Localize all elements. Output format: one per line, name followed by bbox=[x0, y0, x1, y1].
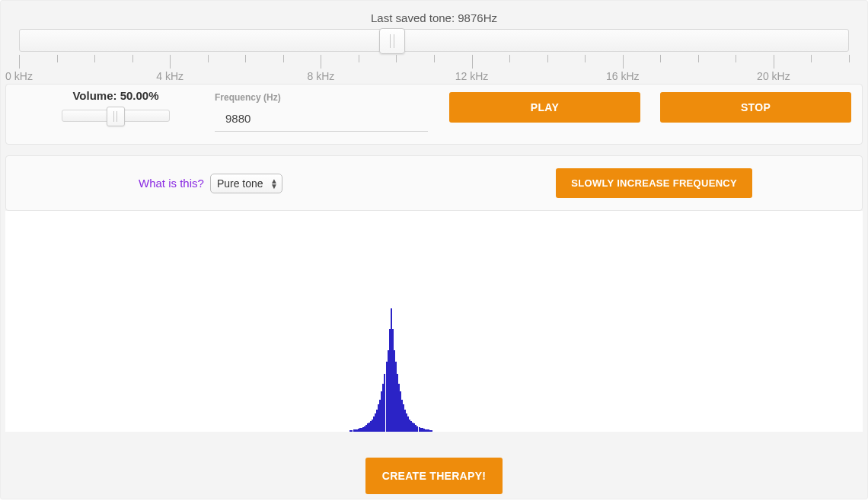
saved-tone-prefix: Last saved tone: bbox=[371, 11, 458, 24]
stop-button[interactable]: STOP bbox=[660, 92, 851, 123]
tone-type-select-wrap[interactable]: Pure tone ▲▼ bbox=[210, 174, 282, 193]
ruler-label: 8 kHz bbox=[307, 70, 334, 82]
ruler-label: 0 kHz bbox=[5, 70, 33, 82]
play-stop-buttons: PLAY STOP bbox=[428, 85, 851, 123]
frequency-slider-thumb[interactable] bbox=[379, 28, 405, 54]
frequency-slider-track[interactable] bbox=[19, 29, 849, 52]
tone-type-select[interactable]: Pure tone bbox=[210, 174, 282, 193]
frequency-input-label: Frequency (Hz) bbox=[215, 92, 428, 103]
ruler-label: 12 kHz bbox=[455, 70, 489, 82]
play-button[interactable]: PLAY bbox=[449, 92, 640, 123]
ruler-label: 4 kHz bbox=[156, 70, 183, 82]
create-therapy-button[interactable]: CREATE THERAPY! bbox=[365, 458, 503, 494]
tone-type-control: What is this? Pure tone ▲▼ bbox=[139, 174, 282, 193]
saved-tone-suffix: Hz bbox=[483, 11, 497, 24]
frequency-input-column: Frequency (Hz) bbox=[215, 85, 428, 132]
tone-type-panel: What is this? Pure tone ▲▼ SLOWLY INCREA… bbox=[5, 155, 863, 211]
slow-increase-button[interactable]: SLOWLY INCREASE FREQUENCY bbox=[556, 168, 752, 198]
ruler-label: 16 kHz bbox=[606, 70, 640, 82]
saved-tone-value: 9876 bbox=[458, 11, 483, 24]
controls-panel: Volume: 50.00% Frequency (Hz) PLAY STOP bbox=[5, 84, 863, 145]
last-saved-tone: Last saved tone: 9876Hz bbox=[5, 1, 863, 29]
app-container: Last saved tone: 9876Hz 0 kHz4 kHz8 kHz1… bbox=[0, 0, 868, 499]
volume-label: Volume: 50.00% bbox=[17, 89, 215, 102]
frequency-input[interactable] bbox=[215, 106, 428, 132]
volume-column: Volume: 50.00% bbox=[17, 85, 215, 122]
frequency-slider[interactable]: 0 kHz4 kHz8 kHz12 kHz16 kHz20 kHz bbox=[5, 29, 863, 84]
footer: CREATE THERAPY! bbox=[5, 432, 863, 494]
volume-slider[interactable] bbox=[62, 110, 170, 122]
volume-slider-thumb[interactable] bbox=[107, 107, 125, 126]
ruler-label: 20 kHz bbox=[757, 70, 790, 82]
spectrum-bars bbox=[5, 211, 863, 432]
tone-type-label: What is this? bbox=[139, 177, 204, 190]
spectrum-chart bbox=[5, 211, 863, 432]
frequency-ruler: 0 kHz4 kHz8 kHz12 kHz16 kHz20 kHz bbox=[5, 55, 863, 84]
